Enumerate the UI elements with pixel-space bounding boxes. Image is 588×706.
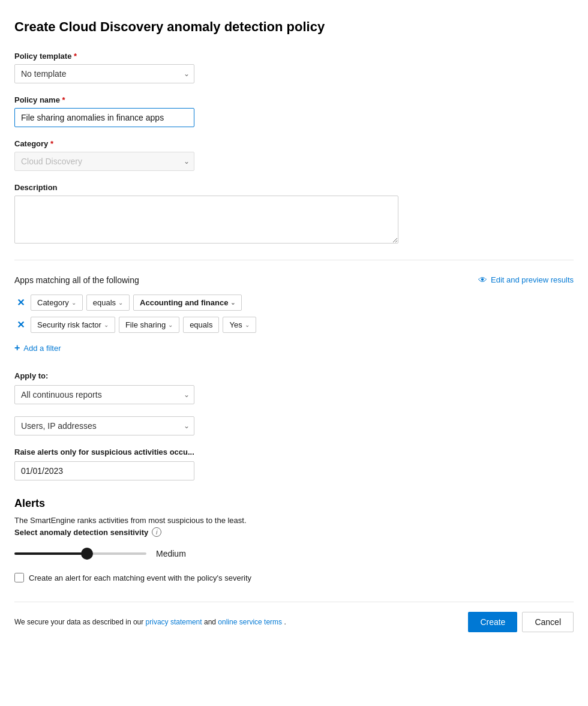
description-group: Description	[14, 183, 574, 245]
footer-text: We secure your data as described in our …	[14, 618, 286, 626]
raise-alerts-date-input[interactable]	[14, 461, 194, 480]
page-title: Create Cloud Discovery anomaly detection…	[14, 19, 574, 35]
filter-2-value-button[interactable]: Yes ⌄	[223, 317, 256, 333]
chevron-down-icon: ⌄	[71, 299, 76, 306]
footer-buttons: Create Cancel	[468, 612, 574, 632]
policy-template-label: Policy template *	[14, 52, 574, 61]
apply-to-label: Apply to:	[14, 371, 574, 380]
policy-name-label: Policy name *	[14, 95, 574, 104]
filter-1-operator-dropdown: equals ⌄	[86, 295, 130, 311]
filter-2-remove-button[interactable]: ✕	[14, 320, 27, 330]
policy-template-select[interactable]: No template	[14, 64, 194, 83]
filter-1-remove-button[interactable]: ✕	[14, 298, 27, 308]
terms-link[interactable]: online service terms	[218, 618, 282, 626]
alert-checkbox-label: Create an alert for each matching event …	[29, 573, 251, 582]
add-filter-button[interactable]: + Add a filter	[14, 339, 61, 357]
report-select-group: All continuous reports ⌄	[14, 385, 574, 404]
chevron-down-icon: ⌄	[168, 322, 173, 328]
filter-1-value-dropdown: Accounting and finance ⌄	[133, 295, 242, 311]
filter-1-field-dropdown: Category ⌄	[31, 295, 83, 311]
info-icon: i	[152, 527, 161, 537]
filter-1-field-button[interactable]: Category ⌄	[31, 295, 83, 311]
cancel-button[interactable]: Cancel	[522, 612, 574, 632]
sensitivity-slider-row: Medium	[14, 546, 574, 561]
category-select[interactable]: Cloud Discovery	[14, 152, 194, 171]
filter-2-value-dropdown: Yes ⌄	[223, 317, 256, 333]
policy-template-select-wrapper: No template ⌄	[14, 64, 194, 83]
filter-2-field-button[interactable]: Security risk factor ⌄	[31, 317, 115, 333]
scope-select-group: Users, IP addresses ⌄	[14, 416, 574, 435]
raise-alerts-label: Raise alerts only for suspicious activit…	[14, 447, 574, 456]
slider-track	[14, 552, 146, 555]
footer: We secure your data as described in our …	[14, 602, 574, 632]
category-group: Category * Cloud Discovery ⌄	[14, 139, 574, 171]
category-select-wrapper: Cloud Discovery ⌄	[14, 152, 194, 171]
policy-template-group: Policy template * No template ⌄	[14, 52, 574, 83]
plus-icon: +	[14, 343, 20, 353]
alert-checkbox-row: Create an alert for each matching event …	[14, 573, 574, 582]
report-select[interactable]: All continuous reports	[14, 385, 194, 404]
sensitivity-label-row: Select anomaly detection sensitivity i	[14, 527, 574, 537]
filter-2-operator-button[interactable]: equals	[183, 317, 219, 333]
filter-1-value-button[interactable]: Accounting and finance ⌄	[133, 295, 242, 311]
chevron-down-icon: ⌄	[118, 299, 123, 306]
alerts-section: Alerts The SmartEngine ranks activities …	[14, 497, 574, 582]
filter-1-operator-button[interactable]: equals ⌄	[86, 295, 130, 311]
chevron-down-icon: ⌄	[230, 299, 235, 306]
alert-checkbox[interactable]	[14, 573, 24, 582]
raise-alerts-group: Raise alerts only for suspicious activit…	[14, 447, 574, 480]
scope-select-wrapper: Users, IP addresses ⌄	[14, 416, 194, 435]
filter-row-1: ✕ Category ⌄ equals ⌄ Accounting and fin…	[14, 295, 574, 311]
filter-2-field-dropdown: Security risk factor ⌄	[31, 317, 115, 333]
description-input[interactable]	[14, 196, 398, 244]
edit-preview-link[interactable]: 👁 Edit and preview results	[478, 275, 574, 285]
create-button[interactable]: Create	[468, 612, 517, 632]
sensitivity-slider-container	[14, 546, 146, 561]
eye-icon: 👁	[478, 275, 487, 285]
privacy-statement-link[interactable]: privacy statement	[146, 618, 202, 626]
filters-section-header: Apps matching all of the following 👁 Edi…	[14, 275, 574, 285]
filters-section-label: Apps matching all of the following	[14, 275, 139, 285]
policy-name-input[interactable]	[14, 108, 194, 127]
category-label: Category *	[14, 139, 574, 148]
apply-to-section: Apply to: All continuous reports ⌄ Users…	[14, 371, 574, 435]
filter-row-2: ✕ Security risk factor ⌄ File sharing ⌄ …	[14, 317, 574, 333]
filter-2-subfield-button[interactable]: File sharing ⌄	[119, 317, 179, 333]
policy-name-group: Policy name *	[14, 95, 574, 127]
filter-2-subfield-dropdown: File sharing ⌄	[119, 317, 179, 333]
report-select-wrapper: All continuous reports ⌄	[14, 385, 194, 404]
slider-thumb[interactable]	[81, 548, 93, 560]
scope-select[interactable]: Users, IP addresses	[14, 416, 194, 435]
chevron-down-icon: ⌄	[245, 322, 250, 328]
alerts-title: Alerts	[14, 497, 574, 510]
divider	[14, 260, 574, 260]
alerts-description: The SmartEngine ranks activities from mo…	[14, 516, 574, 525]
slider-value-label: Medium	[156, 549, 186, 558]
description-label: Description	[14, 183, 574, 192]
chevron-down-icon: ⌄	[104, 322, 109, 328]
